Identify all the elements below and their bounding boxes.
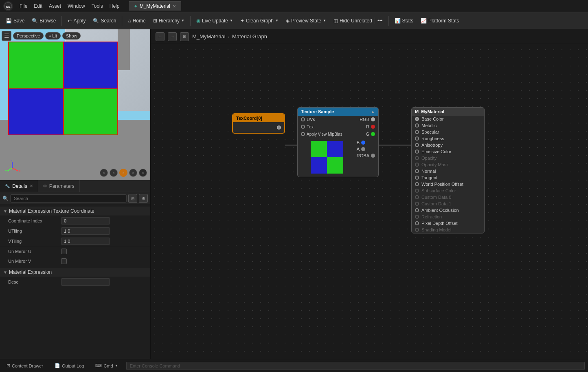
preview-state-button[interactable]: ◈ Preview State ▼ (283, 16, 329, 25)
vp-ctrl-2[interactable]: ○ (110, 169, 118, 177)
main-area: ☰ Perspective ● Lit Show X (0, 29, 588, 359)
pillar (118, 29, 130, 70)
basecolor-pin[interactable] (415, 117, 419, 121)
vtiling-input[interactable] (61, 238, 110, 245)
stats-icon: 📊 (395, 18, 401, 24)
refraction-pin[interactable] (415, 215, 419, 219)
a-output-pin[interactable] (361, 147, 365, 151)
breadcrumb-back-button[interactable]: ← (156, 32, 165, 41)
breadcrumb-fwd-button[interactable]: → (168, 32, 177, 41)
g-output-pin[interactable] (371, 132, 375, 136)
details-panel: 🔧 Details ✕ ⚙ Parameters 🔍 ⊞ ⚙ (0, 180, 150, 359)
ao-pin[interactable] (415, 208, 419, 212)
parameters-tab[interactable]: ⚙ Parameters (38, 180, 80, 192)
stats-button[interactable]: 📊 Stats (391, 16, 417, 25)
customdata0-pin[interactable] (415, 195, 419, 199)
lit-button[interactable]: ● Lit (45, 32, 60, 40)
utiling-input[interactable] (61, 227, 110, 235)
customdata1-pin[interactable] (415, 202, 419, 206)
uvs-input-pin[interactable] (301, 117, 305, 121)
texture-close-icon[interactable]: ▲ (371, 109, 375, 114)
mipbias-input-pin[interactable] (301, 132, 305, 136)
details-search-input[interactable] (10, 194, 127, 203)
menu-tools[interactable]: Tools (92, 3, 103, 9)
texcoord-node[interactable]: TexCoord[0] (232, 113, 285, 134)
perspective-button[interactable]: Perspective (13, 32, 44, 40)
material-tab[interactable]: ● M_MyMaterial ✕ (129, 1, 181, 11)
search-icon-small: 🔍 (2, 196, 9, 201)
details-tab-close[interactable]: ✕ (30, 184, 33, 188)
rgba-output-pin[interactable] (371, 154, 375, 158)
search-icon: 🔍 (93, 18, 99, 24)
texcoord-output-pin[interactable] (277, 125, 281, 130)
texture-preview (311, 141, 343, 174)
home-button[interactable]: ⌂ Home (125, 16, 149, 25)
vp-ctrl-3[interactable]: ○ (119, 169, 127, 177)
shadingmodel-label: Shading Model (421, 227, 451, 232)
show-button[interactable]: Show (62, 32, 81, 40)
material-node[interactable]: M_MyMaterial Base Color Metallic Specula… (411, 107, 485, 233)
subsurf-pin[interactable] (415, 189, 419, 193)
wpo-pin[interactable] (415, 182, 419, 186)
apply-button[interactable]: ↩ Apply (64, 16, 89, 25)
emissive-pin[interactable] (415, 150, 419, 154)
graph-area[interactable]: ← → ⊞ M_MyMaterial › Material Graph (151, 29, 588, 359)
menu-asset[interactable]: Asset (49, 3, 61, 9)
vp-ctrl-1[interactable]: ○ (100, 169, 108, 177)
svg-line-3 (7, 168, 12, 171)
np-br (327, 157, 343, 174)
menu-edit[interactable]: Edit (34, 3, 42, 9)
svg-text:Z: Z (11, 160, 13, 162)
clean-graph-button[interactable]: ✦ Clean Graph ▼ (237, 16, 282, 25)
menu-file[interactable]: File (20, 3, 27, 9)
section-header-1[interactable]: ▼ Material Expression Texture Coordinate (0, 207, 150, 216)
section-header-2[interactable]: ▼ Material Expression (0, 268, 150, 277)
cmd-button[interactable]: ⌨ Cmd ▼ (92, 362, 121, 369)
specular-pin[interactable] (415, 130, 419, 134)
rgb-output-pin[interactable] (371, 117, 375, 121)
vp-ctrl-4[interactable]: ○ (129, 169, 137, 177)
save-button[interactable]: 💾 Save (2, 16, 28, 25)
viewport-menu-button[interactable]: ☰ (2, 31, 11, 41)
pdo-pin[interactable] (415, 221, 419, 225)
grid-icon[interactable]: ⊞ (128, 194, 137, 203)
menu-window[interactable]: Window (68, 3, 85, 9)
breadcrumb-fit-button[interactable]: ⊞ (180, 32, 189, 41)
console-input[interactable] (126, 362, 585, 370)
content-drawer-button[interactable]: ⊡ Content Drawer (3, 362, 46, 369)
filter-icon[interactable]: ⚙ (139, 194, 148, 203)
r-output-pin[interactable] (371, 125, 375, 129)
viewport[interactable]: ☰ Perspective ● Lit Show X (0, 29, 150, 180)
output-log-button[interactable]: 📄 Output Log (51, 362, 87, 369)
hierarchy-button[interactable]: ⊞ Hierarchy ▼ (150, 16, 188, 25)
normal-pin[interactable] (415, 169, 419, 173)
roughness-pin[interactable] (415, 136, 419, 141)
vp-ctrl-5[interactable]: ○ (139, 169, 147, 177)
details-tab[interactable]: 🔧 Details ✕ (0, 180, 38, 192)
shadingmodel-pin[interactable] (415, 228, 419, 232)
breadcrumb-root[interactable]: M_MyMaterial (192, 33, 226, 40)
metallic-pin[interactable] (415, 123, 419, 128)
preview-state-chevron: ▼ (323, 19, 326, 22)
anisotropy-pin[interactable] (415, 143, 419, 147)
live-update-button[interactable]: ◉ Live Update ▼ (193, 16, 236, 25)
menu-help[interactable]: Help (110, 3, 120, 9)
b-output-pin[interactable] (361, 141, 365, 145)
search-button[interactable]: 🔍 Search (90, 16, 119, 25)
hide-unrelated-button[interactable]: ◫ Hide Unrelated ••• (330, 16, 386, 26)
opacitymask-pin[interactable] (415, 163, 419, 167)
mat-emissive-row: Emissive Color (412, 148, 484, 155)
tangent-pin[interactable] (415, 176, 419, 180)
graph-canvas[interactable]: TexCoord[0] Texture Sample ▲ (151, 29, 588, 359)
opacity-pin[interactable] (415, 156, 419, 160)
tex-input-pin[interactable] (301, 125, 305, 129)
browse-button[interactable]: 🔍 Browse (29, 16, 59, 25)
tab-close-button[interactable]: ✕ (173, 4, 176, 9)
texture-uvs-row: UVs RGB (298, 116, 378, 123)
platform-stats-button[interactable]: 📈 Platform Stats (417, 16, 462, 25)
unmirror-u-checkbox[interactable] (61, 249, 67, 254)
coord-index-input[interactable] (61, 217, 110, 225)
desc-input[interactable] (61, 278, 110, 286)
unmirror-v-checkbox[interactable] (61, 258, 67, 264)
texture-sample-node[interactable]: Texture Sample ▲ UVs RGB (297, 107, 379, 177)
